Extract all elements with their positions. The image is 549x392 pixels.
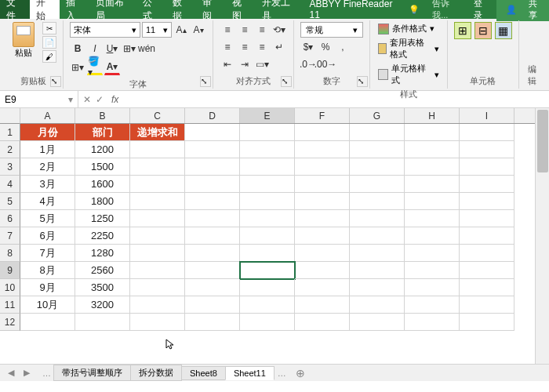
align-right-button[interactable]: ≡ bbox=[254, 39, 270, 55]
cell-D1[interactable] bbox=[185, 124, 240, 141]
format-painter-button[interactable]: 🖌 bbox=[42, 50, 56, 63]
cell-D9[interactable] bbox=[185, 262, 240, 279]
tab-review[interactable]: 审阅 bbox=[196, 0, 226, 19]
cell-G7[interactable] bbox=[350, 227, 405, 245]
cell-I1[interactable] bbox=[460, 124, 514, 141]
cell-E3[interactable] bbox=[240, 158, 295, 176]
cell-G8[interactable] bbox=[350, 245, 405, 262]
col-header-A[interactable]: A bbox=[20, 108, 75, 123]
cell-F10[interactable] bbox=[295, 279, 350, 296]
sheet-tab-1[interactable]: 带括号调整顺序 bbox=[53, 365, 131, 381]
col-header-H[interactable]: H bbox=[405, 108, 460, 123]
delete-cell-button[interactable]: ⊟ bbox=[474, 22, 492, 39]
cell-E12[interactable] bbox=[240, 314, 295, 331]
row-header-3[interactable]: 3 bbox=[0, 158, 20, 176]
cell-F4[interactable] bbox=[295, 176, 350, 193]
cell-I9[interactable] bbox=[460, 262, 514, 279]
col-header-D[interactable]: D bbox=[185, 108, 240, 123]
cell-D7[interactable] bbox=[185, 227, 240, 245]
cell-F7[interactable] bbox=[295, 227, 350, 245]
number-format-select[interactable]: 常规▾ bbox=[300, 22, 363, 38]
cell-G4[interactable] bbox=[350, 176, 405, 193]
decrease-font-button[interactable]: A▾ bbox=[191, 22, 206, 38]
increase-font-button[interactable]: A▴ bbox=[173, 22, 189, 38]
cell-A1[interactable]: 月份 bbox=[20, 124, 75, 141]
border2-button[interactable]: ⊞▾ bbox=[70, 60, 85, 75]
cell-H12[interactable] bbox=[405, 314, 460, 331]
align-top-button[interactable]: ≡ bbox=[220, 22, 235, 38]
row-header-11[interactable]: 11 bbox=[0, 296, 20, 314]
cell-E9[interactable] bbox=[240, 262, 295, 279]
indent-inc-button[interactable]: ⇥ bbox=[237, 56, 253, 72]
cell-B3[interactable]: 1500 bbox=[75, 158, 130, 176]
cell-H10[interactable] bbox=[405, 279, 460, 296]
cell-I6[interactable] bbox=[460, 210, 514, 227]
cell-H7[interactable] bbox=[405, 227, 460, 245]
sheet-tab-3[interactable]: Sheet8 bbox=[181, 366, 226, 380]
tab-dev[interactable]: 开发工具 bbox=[256, 0, 303, 19]
cell-E10[interactable] bbox=[240, 279, 295, 296]
cell-E1[interactable] bbox=[240, 124, 295, 141]
decrease-decimal-button[interactable]: .00→ bbox=[318, 56, 333, 72]
cell-G12[interactable] bbox=[350, 314, 405, 331]
cell-I7[interactable] bbox=[460, 227, 514, 245]
tab-file[interactable]: 文件 bbox=[0, 0, 30, 19]
cells-area[interactable]: 月份部门递增求和1月12002月15003月16004月18005月12506月… bbox=[20, 124, 549, 331]
cell-G3[interactable] bbox=[350, 158, 405, 176]
row-header-9[interactable]: 9 bbox=[0, 262, 20, 279]
row-header-8[interactable]: 8 bbox=[0, 245, 20, 262]
cell-C9[interactable] bbox=[130, 262, 185, 279]
cell-A8[interactable]: 7月 bbox=[20, 245, 75, 262]
cell-G11[interactable] bbox=[350, 296, 405, 314]
row-header-12[interactable]: 12 bbox=[0, 314, 20, 331]
sheet-tab-2[interactable]: 拆分数据 bbox=[130, 365, 182, 381]
cell-A10[interactable]: 9月 bbox=[20, 279, 75, 296]
cancel-formula-button[interactable]: ✕ bbox=[83, 94, 91, 105]
cell-E5[interactable] bbox=[240, 193, 295, 210]
paste-button[interactable]: 粘贴 bbox=[9, 22, 38, 74]
accept-formula-button[interactable]: ✓ bbox=[96, 94, 104, 105]
cell-F11[interactable] bbox=[295, 296, 350, 314]
fill-color-button[interactable]: 🪣▾ bbox=[87, 60, 103, 75]
cell-F9[interactable] bbox=[295, 262, 350, 279]
row-header-6[interactable]: 6 bbox=[0, 210, 20, 227]
indent-dec-button[interactable]: ⇤ bbox=[220, 56, 235, 72]
sheet-nav-prev[interactable]: ◀ bbox=[3, 368, 19, 378]
cell-D2[interactable] bbox=[185, 141, 240, 158]
select-all-corner[interactable] bbox=[0, 108, 20, 124]
cell-G2[interactable] bbox=[350, 141, 405, 158]
cell-H1[interactable] bbox=[405, 124, 460, 141]
cell-E7[interactable] bbox=[240, 227, 295, 245]
align-left-button[interactable]: ≡ bbox=[220, 39, 235, 55]
col-header-G[interactable]: G bbox=[350, 108, 405, 123]
wrap-button[interactable]: ↵ bbox=[271, 39, 287, 55]
row-header-2[interactable]: 2 bbox=[0, 141, 20, 158]
number-launcher[interactable]: ⤡ bbox=[357, 76, 368, 87]
add-sheet-button[interactable]: ⊕ bbox=[289, 367, 311, 379]
cell-D10[interactable] bbox=[185, 279, 240, 296]
align-launcher[interactable]: ⤡ bbox=[281, 76, 292, 87]
sheet-more-right[interactable]: … bbox=[274, 368, 289, 378]
sheet-tab-4[interactable]: Sheet11 bbox=[225, 366, 274, 380]
cell-B11[interactable]: 3200 bbox=[75, 296, 130, 314]
cell-C12[interactable] bbox=[130, 314, 185, 331]
cell-C1[interactable]: 递增求和 bbox=[130, 124, 185, 141]
insert-cell-button[interactable]: ⊞ bbox=[454, 22, 471, 39]
tab-view[interactable]: 视图 bbox=[226, 0, 256, 19]
sheet-nav-next[interactable]: ▶ bbox=[19, 368, 35, 378]
cell-A3[interactable]: 2月 bbox=[20, 158, 75, 176]
cell-D11[interactable] bbox=[185, 296, 240, 314]
cell-E6[interactable] bbox=[240, 210, 295, 227]
name-box[interactable]: E9▾ bbox=[0, 91, 78, 107]
cell-B10[interactable]: 3500 bbox=[75, 279, 130, 296]
cell-H5[interactable] bbox=[405, 193, 460, 210]
font-color-button[interactable]: A▾ bbox=[104, 60, 120, 75]
tab-home[interactable]: 开始 bbox=[30, 0, 60, 19]
cell-C10[interactable] bbox=[130, 279, 185, 296]
cell-C8[interactable] bbox=[130, 245, 185, 262]
scroll-thumb[interactable] bbox=[537, 110, 548, 172]
cell-G9[interactable] bbox=[350, 262, 405, 279]
align-bottom-button[interactable]: ≡ bbox=[254, 22, 270, 38]
cell-styles-button[interactable]: 单元格样式▾ bbox=[376, 62, 441, 87]
row-header-4[interactable]: 4 bbox=[0, 176, 20, 193]
